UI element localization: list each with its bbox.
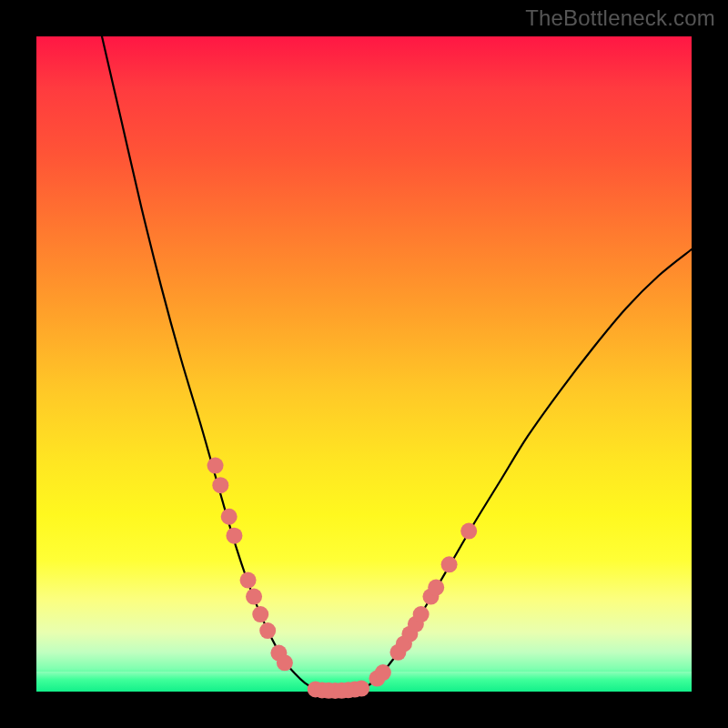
data-marker xyxy=(221,509,238,525)
data-marker xyxy=(212,477,228,493)
data-marker xyxy=(413,606,430,622)
plot-area xyxy=(36,36,692,692)
watermark-text: TheBottleneck.com xyxy=(525,5,715,31)
curve-layer xyxy=(36,36,692,692)
data-marker xyxy=(428,580,444,596)
data-marker xyxy=(375,664,391,681)
data-marker xyxy=(277,654,293,671)
data-marker xyxy=(207,458,224,474)
data-marker xyxy=(353,681,369,697)
data-marker xyxy=(460,523,477,540)
data-marker xyxy=(240,572,257,589)
data-marker xyxy=(441,556,458,572)
bottleneck-curve xyxy=(102,36,692,691)
data-marker xyxy=(252,606,268,622)
data-marker xyxy=(259,622,276,639)
data-markers xyxy=(207,458,478,699)
chart-frame: TheBottleneck.com xyxy=(0,0,728,728)
data-marker xyxy=(246,589,262,605)
data-marker xyxy=(226,528,242,544)
